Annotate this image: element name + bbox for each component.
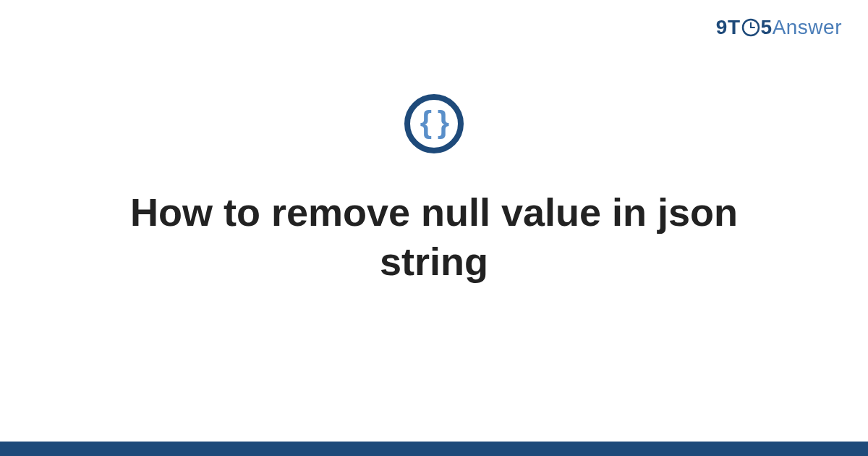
page-title: How to remove null value in json string — [72, 188, 796, 286]
logo-text-9t: 9T — [716, 16, 741, 39]
footer-accent-bar — [0, 442, 868, 456]
category-icon-circle: { } — [404, 94, 464, 153]
main-content: { } How to remove null value in json str… — [0, 94, 868, 286]
json-braces-icon: { } — [420, 107, 448, 138]
site-logo: 9T 5 Answer — [716, 16, 842, 39]
logo-text-5: 5 — [761, 16, 773, 39]
clock-icon — [741, 18, 760, 37]
logo-text-answer: Answer — [773, 16, 842, 39]
